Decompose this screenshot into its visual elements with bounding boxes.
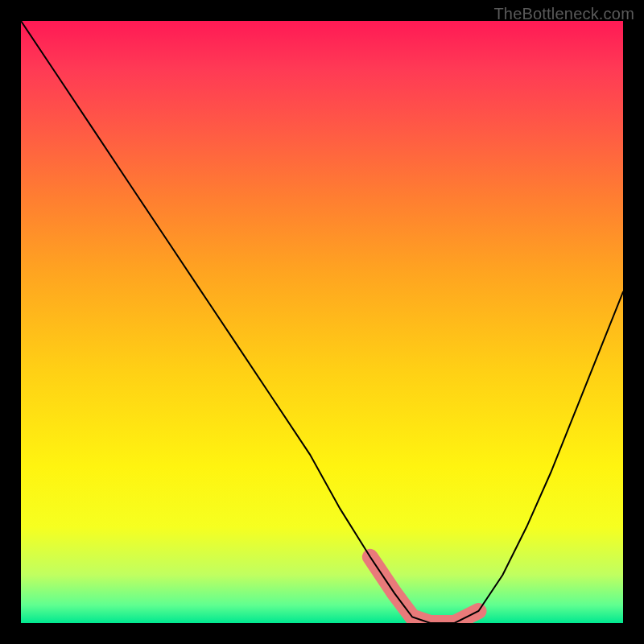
watermark-text: TheBottleneck.com (493, 5, 634, 23)
basin-highlight (370, 557, 479, 623)
bottleneck-curve (21, 21, 623, 623)
plot-area (21, 21, 623, 623)
chart-svg (21, 21, 623, 623)
chart-frame: TheBottleneck.com (0, 0, 644, 644)
